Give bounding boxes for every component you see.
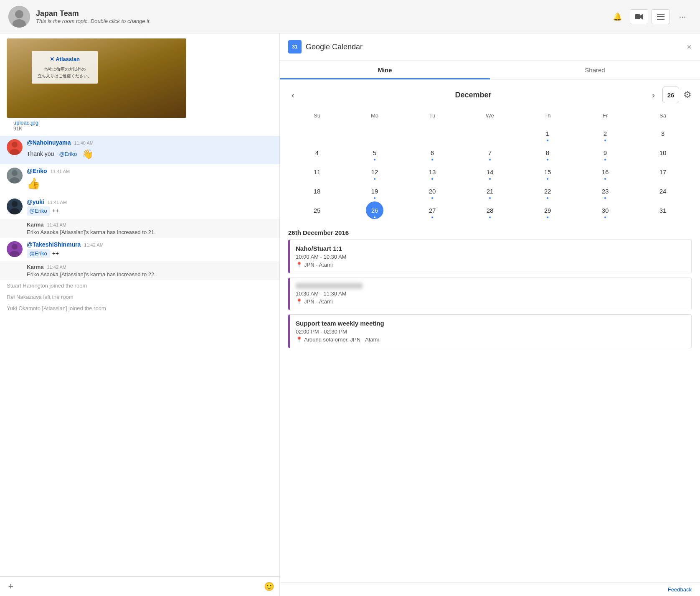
- weekdays-row: Su Mo Tu We Th Fr Sa: [288, 110, 692, 121]
- calendar-day[interactable]: 7: [481, 144, 499, 161]
- message-author[interactable]: @NahoInuyama: [27, 139, 71, 146]
- calendar-day[interactable]: 6: [424, 144, 441, 161]
- calendar-day[interactable]: 30: [596, 201, 614, 219]
- karma-content: Karma 11:42 AM Eriko Asaoka [Atlassian]'…: [27, 264, 273, 278]
- calendar-day: [366, 125, 383, 142]
- calendar-month: December: [302, 91, 645, 99]
- calendar-day[interactable]: 24: [654, 182, 672, 200]
- calendar-day[interactable]: 23: [596, 182, 614, 200]
- app-header: Japan Team This is the room topic. Doubl…: [0, 0, 700, 33]
- mention-tag[interactable]: @Eriko: [27, 249, 50, 258]
- calendar-day[interactable]: 16: [596, 163, 614, 181]
- event-time: 10:30 AM - 11:30 AM: [296, 290, 685, 297]
- event-card[interactable]: Naho/Stuart 1:110:00 AM - 10:30 AM📍 JPN …: [288, 239, 692, 273]
- today-button[interactable]: 26: [662, 87, 679, 103]
- svg-marker-4: [640, 14, 643, 20]
- message-author[interactable]: @TakeshiShinmura: [27, 241, 81, 248]
- next-month-button[interactable]: ›: [649, 89, 658, 102]
- message-emoji: 👋: [82, 147, 93, 161]
- calendar-day[interactable]: 27: [424, 201, 441, 219]
- calendar-day[interactable]: 21: [481, 182, 499, 200]
- system-message: Rei Nakazawa left the room: [0, 291, 279, 303]
- karma-label: Karma: [27, 222, 43, 228]
- calendar-day[interactable]: 10: [654, 144, 672, 161]
- message-time: 11:42 AM: [84, 242, 103, 247]
- event-card[interactable]: 10:30 AM - 11:30 AM📍 JPN - Atami: [288, 278, 692, 310]
- input-bar: + 🙂: [0, 576, 279, 596]
- message-header: @yuki 11:41 AM: [27, 199, 273, 205]
- message-time: 11:40 AM: [74, 140, 93, 145]
- message-header: @NahoInuyama 11:40 AM: [27, 139, 273, 146]
- calendar-day[interactable]: 29: [539, 201, 556, 219]
- calendar-day[interactable]: 19: [366, 182, 383, 200]
- add-button[interactable]: +: [5, 581, 17, 592]
- calendar-day[interactable]: 5: [366, 144, 383, 161]
- main-layout: ✕ Atlassian 当社に御用の方以外の 立ち入りはご遠慮ください。 upl…: [0, 33, 700, 596]
- video-button[interactable]: [630, 9, 648, 24]
- selected-date: 26th December 2016: [280, 224, 700, 239]
- calendar-day[interactable]: 13: [424, 163, 441, 181]
- calendar-day[interactable]: 28: [481, 201, 499, 219]
- calendar-day[interactable]: 3: [654, 125, 672, 142]
- calendar-day[interactable]: 4: [308, 144, 326, 161]
- message-content: @Eriko 11:41 AM 👍: [27, 168, 273, 192]
- avatar: [7, 241, 23, 257]
- chat-panel: ✕ Atlassian 当社に御用の方以外の 立ち入りはご遠慮ください。 upl…: [0, 33, 280, 596]
- calendar-day[interactable]: 18: [308, 182, 326, 200]
- event-card[interactable]: Support team weekly meeting02:00 PM - 02…: [288, 314, 692, 348]
- message-author[interactable]: @yuki: [27, 199, 44, 205]
- calendar-day[interactable]: 2: [596, 125, 614, 142]
- calendar-day[interactable]: 31: [654, 201, 672, 219]
- close-button[interactable]: ×: [687, 42, 692, 52]
- message-row: @TakeshiShinmura 11:42 AM @Eriko ++: [0, 238, 279, 262]
- location-icon: 📍: [296, 298, 302, 305]
- calendar-day[interactable]: 12: [366, 163, 383, 181]
- karma-text: Eriko Asaoka [Atlassian]'s karma has inc…: [27, 229, 273, 235]
- calendar-day[interactable]: 9: [596, 144, 614, 161]
- message-header: @TakeshiShinmura 11:42 AM: [27, 241, 273, 248]
- attachment-filename[interactable]: upload.jpg: [13, 120, 266, 126]
- calendar-grid: Su Mo Tu We Th Fr Sa 1234567891011121314…: [280, 110, 700, 224]
- karma-header: Karma 11:42 AM: [27, 264, 273, 270]
- calendar-nav: ‹ December › 26 ⚙: [280, 80, 700, 110]
- calendar-day[interactable]: 22: [539, 182, 556, 200]
- bell-button[interactable]: 🔔: [608, 9, 626, 24]
- calendar-day[interactable]: 15: [539, 163, 556, 181]
- weekday-fr: Fr: [576, 110, 634, 121]
- mention-tag[interactable]: @Eriko: [56, 150, 79, 159]
- header-actions: 🔔 ···: [608, 9, 692, 24]
- google-calendar-panel: 31 Google Calendar × Mine Shared ‹ Decem…: [280, 33, 700, 596]
- attachment-block: ✕ Atlassian 当社に御用の方以外の 立ち入りはご遠慮ください。 upl…: [0, 33, 279, 136]
- karma-time: 11:41 AM: [47, 222, 66, 227]
- calendar-day[interactable]: 11: [308, 163, 326, 181]
- settings-icon[interactable]: ⚙: [683, 89, 692, 100]
- karma-time: 11:42 AM: [47, 265, 66, 270]
- calendar-day[interactable]: 20: [424, 182, 441, 200]
- weekday-mo: Mo: [346, 110, 403, 121]
- calendar-day[interactable]: 14: [481, 163, 499, 181]
- calendar-day[interactable]: 1: [539, 125, 556, 142]
- calendar-day[interactable]: 8: [539, 144, 556, 161]
- more-button[interactable]: ···: [673, 9, 692, 24]
- svg-rect-3: [635, 14, 640, 19]
- prev-month-button[interactable]: ‹: [288, 89, 298, 102]
- message-author[interactable]: @Eriko: [27, 168, 47, 174]
- event-location: 📍 Around sofa orner, JPN - Atami: [296, 336, 685, 343]
- calendar-day[interactable]: 17: [654, 163, 672, 181]
- avatar: [8, 6, 30, 28]
- karma-row: Karma 11:42 AM Eriko Asaoka [Atlassian]'…: [0, 261, 279, 280]
- svg-rect-6: [657, 16, 664, 17]
- message-time: 11:41 AM: [48, 200, 67, 205]
- tab-shared[interactable]: Shared: [490, 61, 700, 79]
- feedback-link[interactable]: Feedback: [668, 586, 692, 593]
- tab-mine[interactable]: Mine: [280, 61, 490, 79]
- calendar-day[interactable]: 26: [366, 201, 383, 219]
- calendar-day[interactable]: 25: [308, 201, 326, 219]
- mention-tag[interactable]: @Eriko: [27, 206, 50, 216]
- message-row: @NahoInuyama 11:40 AM Thank you @Eriko 👋: [0, 136, 279, 164]
- emoji-button[interactable]: 🙂: [264, 581, 274, 591]
- message-input[interactable]: [21, 583, 260, 590]
- attachment-meta: upload.jpg 91K: [7, 118, 273, 133]
- karma-text: Eriko Asaoka [Atlassian]'s karma has inc…: [27, 271, 273, 278]
- menu-button[interactable]: [652, 9, 670, 24]
